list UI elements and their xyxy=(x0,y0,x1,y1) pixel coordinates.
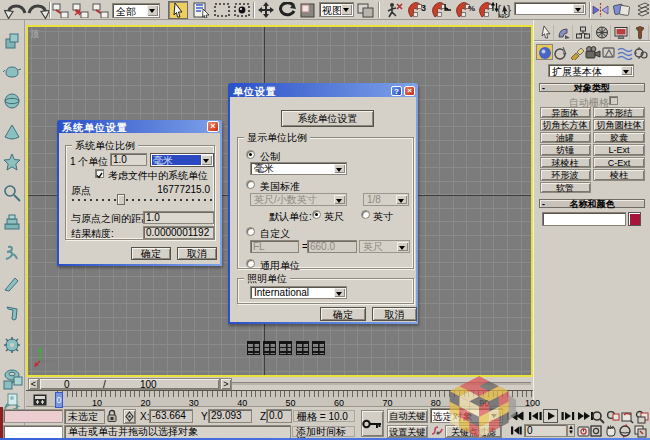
svg-text:3: 3 xyxy=(421,3,426,13)
svg-text:%: % xyxy=(468,4,475,13)
svg-text:ABC: ABC xyxy=(498,14,508,18)
